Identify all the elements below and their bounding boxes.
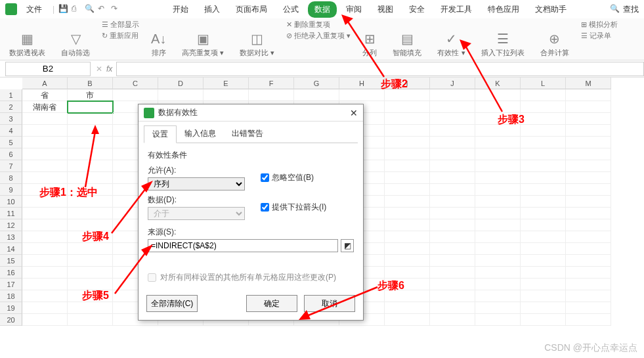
cell[interactable] [22, 302, 68, 314]
row-header[interactable]: 14 [0, 243, 22, 255]
cell[interactable] [385, 125, 430, 137]
cell[interactable] [22, 243, 68, 255]
cell[interactable]: 湖南省 [22, 101, 68, 113]
cell[interactable] [68, 184, 113, 196]
reapply-button[interactable]: ↻ 重新应用 [102, 31, 139, 41]
cell[interactable] [68, 255, 113, 267]
cell[interactable] [475, 255, 521, 267]
cell[interactable] [22, 267, 68, 279]
cell[interactable] [521, 231, 566, 243]
source-input[interactable] [148, 239, 338, 252]
cell[interactable] [475, 160, 521, 172]
cell[interactable] [430, 113, 475, 125]
cell[interactable] [566, 290, 611, 302]
cell[interactable] [430, 231, 475, 243]
delete-dup-button[interactable]: ✕ 删除重复项 [286, 20, 351, 30]
cell[interactable] [475, 125, 521, 137]
cell[interactable] [68, 231, 113, 243]
cell[interactable] [475, 219, 521, 231]
row-header[interactable]: 11 [0, 208, 22, 219]
cell[interactable] [566, 172, 611, 184]
cell[interactable] [521, 160, 566, 172]
cell[interactable] [249, 89, 294, 101]
cell[interactable] [566, 314, 611, 326]
col-header[interactable]: J [430, 78, 475, 89]
cell[interactable] [430, 219, 475, 231]
cell[interactable] [521, 314, 566, 326]
cell[interactable] [68, 196, 113, 208]
cell[interactable] [430, 279, 475, 290]
cell[interactable] [566, 243, 611, 255]
cell[interactable] [22, 184, 68, 196]
row-header[interactable]: 1 [0, 89, 22, 101]
cell[interactable] [158, 89, 204, 101]
cell[interactable] [22, 208, 68, 219]
col-header[interactable]: B [68, 78, 113, 89]
cell[interactable]: 省 [22, 89, 68, 101]
row-header[interactable]: 5 [0, 137, 22, 148]
cell[interactable] [22, 160, 68, 172]
tab-input-message[interactable]: 输入信息 [177, 125, 224, 143]
cell[interactable] [430, 290, 475, 302]
clear-all-button[interactable]: 全部清除(C) [146, 295, 198, 312]
cell[interactable] [68, 148, 113, 160]
cell[interactable] [475, 184, 521, 196]
cell[interactable] [68, 279, 113, 290]
cell[interactable] [475, 243, 521, 255]
cell[interactable] [566, 279, 611, 290]
cell[interactable] [521, 302, 566, 314]
cell[interactable] [521, 184, 566, 196]
cell[interactable] [521, 219, 566, 231]
tab-insert[interactable]: 插入 [198, 1, 226, 18]
row-header[interactable]: 16 [0, 267, 22, 279]
cell[interactable] [22, 148, 68, 160]
cell[interactable] [68, 172, 113, 184]
cell[interactable] [566, 302, 611, 314]
col-header[interactable]: L [521, 78, 566, 89]
tab-formula[interactable]: 公式 [276, 1, 305, 18]
ok-button[interactable]: 确定 [246, 295, 297, 312]
cell[interactable] [475, 208, 521, 219]
preview-icon[interactable]: 🔍 [85, 4, 95, 14]
highlight-dup-button[interactable]: ▣高亮重复项 ▾ [178, 20, 228, 59]
cell[interactable] [566, 137, 611, 148]
cell[interactable] [475, 113, 521, 125]
cell[interactable] [22, 255, 68, 267]
cell[interactable] [566, 184, 611, 196]
cell[interactable] [566, 160, 611, 172]
cell[interactable] [430, 125, 475, 137]
cell[interactable] [566, 255, 611, 267]
cell[interactable] [385, 137, 430, 148]
cell[interactable] [521, 172, 566, 184]
row-header[interactable]: 2 [0, 101, 22, 113]
col-header[interactable]: H [339, 78, 385, 89]
cell[interactable] [385, 279, 430, 290]
search-label[interactable]: 查找 [623, 4, 639, 15]
cell[interactable] [385, 267, 430, 279]
cell[interactable] [22, 231, 68, 243]
cell[interactable] [521, 279, 566, 290]
fx-icon[interactable]: fx [106, 64, 112, 74]
cell[interactable] [22, 314, 68, 326]
col-header[interactable]: G [294, 78, 339, 89]
cell[interactable] [68, 101, 113, 113]
cell[interactable] [68, 219, 113, 231]
save-icon[interactable]: 💾 [58, 4, 69, 14]
row-header[interactable]: 9 [0, 184, 22, 196]
cell[interactable] [521, 148, 566, 160]
cell[interactable] [385, 101, 430, 113]
cell[interactable] [385, 290, 430, 302]
cell[interactable] [475, 148, 521, 160]
cell[interactable] [475, 196, 521, 208]
cell[interactable] [68, 113, 113, 125]
record-button[interactable]: ☰ 记录单 [581, 31, 618, 41]
text-to-columns-button[interactable]: ⊞分列 [358, 20, 381, 59]
cell[interactable] [475, 314, 521, 326]
cell[interactable] [385, 113, 430, 125]
cell[interactable] [430, 302, 475, 314]
validation-button[interactable]: ✓有效性 ▾ [433, 20, 469, 59]
cell[interactable] [566, 148, 611, 160]
row-header[interactable]: 3 [0, 113, 22, 125]
flash-fill-button[interactable]: ▤智能填充 [389, 20, 425, 59]
cell[interactable] [430, 243, 475, 255]
